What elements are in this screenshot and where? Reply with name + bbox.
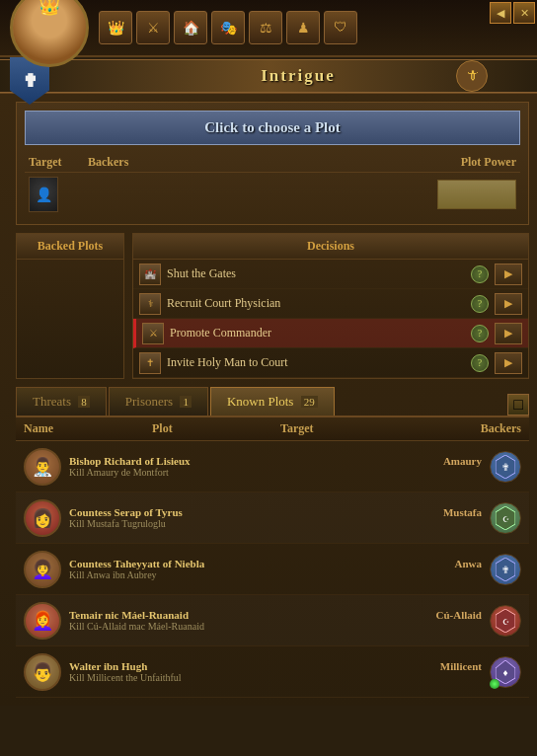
decision-action-2[interactable]: ▶: [495, 323, 522, 344]
avatar: 👑: [10, 0, 89, 67]
target-avatar-2: ✟: [490, 554, 521, 585]
backed-plots-header: Backed Plots: [17, 234, 123, 260]
decisions-header: Decisions: [133, 234, 528, 260]
window-title: Intrigue: [261, 66, 336, 85]
nav-icon-1[interactable]: ⚔: [136, 11, 170, 44]
plotter-avatar-0: 👨‍⚕️: [24, 448, 61, 486]
tabs-area: Threats 8 Prisoners 1 Known Plots 29 □: [16, 387, 529, 416]
tab-threats[interactable]: Threats 8: [16, 387, 107, 416]
nav-icon-3[interactable]: 🎭: [211, 11, 245, 44]
nav-icon-0[interactable]: 👑: [99, 11, 132, 44]
plotter-name-0: Bishop Richard of Lisieux Amaury: [69, 455, 482, 467]
svg-text:☪: ☪: [502, 618, 509, 627]
prisoners-badge: 1: [180, 396, 192, 408]
plotter-name-4: Walter ibn Hugh Millicent: [69, 660, 482, 672]
plotpower-header: Plot Power: [437, 155, 516, 170]
known-plots-badge: 29: [301, 396, 318, 408]
svg-text:♦: ♦: [502, 667, 507, 678]
decision-label-3: Invite Holy Man to Court: [167, 355, 465, 370]
nav-icon-6[interactable]: 🛡: [324, 11, 357, 44]
decision-icon-0: 🏰: [139, 264, 161, 285]
choose-plot-button[interactable]: Click to choose a Plot: [25, 111, 520, 145]
plotter-avatar-1: 👩: [24, 499, 61, 537]
decision-icon-3: ✝: [139, 352, 161, 374]
backed-plots-content: [17, 260, 123, 378]
decision-action-0[interactable]: ▶: [495, 264, 522, 285]
threats-badge: 8: [78, 396, 90, 408]
plotter-name-3: Temair nic Máel-Ruanaid Cú-Allaid: [69, 609, 482, 621]
tab-indicator[interactable]: □: [507, 394, 529, 416]
nav-icon-4[interactable]: ⚖: [249, 11, 282, 44]
target-avatar-1: ☪: [490, 502, 521, 534]
decision-action-1[interactable]: ▶: [495, 293, 522, 315]
decision-help-2[interactable]: ?: [471, 325, 489, 342]
plotter-name-2: Countess Taheyyatt of Niebla Anwa: [69, 558, 482, 569]
green-status-dot: [490, 679, 499, 689]
target-avatar-3: ☪: [490, 605, 521, 637]
nav-icon-2[interactable]: 🏠: [174, 11, 207, 44]
plotter-avatar-3: 👩‍🦰: [24, 602, 61, 640]
svg-text:☪: ☪: [502, 515, 509, 524]
plot-section: Click to choose a Plot Target Backers Pl…: [16, 102, 529, 225]
decision-label-2: Promote Commander: [170, 326, 465, 340]
plot-table-header: Target Backers Plot Power: [25, 153, 520, 173]
plotter-info-3: Temair nic Máel-Ruanaid Cú-Allaid Kill C…: [69, 609, 482, 632]
decision-help-0[interactable]: ?: [471, 265, 489, 283]
plotter-avatar-2: 👩‍🦱: [24, 551, 61, 588]
plotter-info-2: Countess Taheyyatt of Niebla Anwa Kill A…: [69, 558, 482, 580]
table-row[interactable]: 👩 Countess Serap of Tyrus Mustafa Kill M…: [16, 492, 529, 544]
plot-power-area: [437, 180, 516, 209]
decision-action-3[interactable]: ▶: [495, 352, 522, 374]
plotter-info-4: Walter ibn Hugh Millicent Kill Millicent…: [69, 660, 482, 683]
crown-icon: 👑: [38, 0, 60, 17]
plotter-avatar-4: 👨: [24, 653, 61, 691]
decision-label-1: Recruit Court Physician: [167, 296, 465, 311]
plot-target-icon: 👤: [29, 177, 58, 212]
target-avatar-0: ✟: [490, 451, 521, 483]
decisions-area: Backed Plots Decisions 🏰 Shut the Gates …: [16, 233, 529, 379]
plot-row: 👤: [25, 173, 520, 216]
table-row[interactable]: 👨 Walter ibn Hugh Millicent Kill Millice…: [16, 646, 529, 698]
table-row[interactable]: 👨‍⚕️ Bishop Richard of Lisieux Amaury Ki…: [16, 441, 529, 492]
th-name: Name: [24, 421, 152, 436]
backers-header: Backers: [88, 155, 437, 170]
th-target: Target: [280, 421, 379, 436]
decision-icon-2: ⚔: [142, 323, 164, 344]
decision-row-3: ✝ Invite Holy Man to Court ? ▶: [133, 348, 528, 378]
svg-text:✟: ✟: [501, 462, 509, 473]
backed-plots-panel: Backed Plots: [16, 233, 124, 379]
back-button[interactable]: ◀: [490, 2, 511, 24]
window-controls: ◀ ✕: [490, 2, 535, 24]
decision-icon-1: ⚕: [139, 293, 161, 315]
intrigue-icon: 🗡: [456, 60, 488, 92]
decision-row-1: ⚕ Recruit Court Physician ? ▶: [133, 289, 528, 319]
tab-prisoners[interactable]: Prisoners 1: [109, 387, 208, 416]
decision-help-1[interactable]: ?: [471, 295, 489, 313]
decision-label-0: Shut the Gates: [167, 266, 465, 281]
th-backers: Backers: [379, 421, 521, 436]
nav-icons: 👑 ⚔ 🏠 🎭 ⚖ ♟ 🛡: [99, 11, 357, 44]
title-banner: Intrigue 🗡: [0, 59, 537, 93]
shield-cross: ✟: [23, 70, 38, 92]
th-plot: Plot: [152, 421, 280, 436]
plotter-name-1: Countess Serap of Tyrus Mustafa: [69, 506, 482, 518]
target-header: Target: [29, 155, 88, 170]
top-bar: 👑 👑 ⚔ 🏠 🎭 ⚖ ♟ 🛡 ◀ ✕: [0, 0, 537, 57]
plots-table: Name Plot Target Backers 👨‍⚕️ Bishop Ric…: [16, 416, 529, 698]
decisions-panel: Decisions 🏰 Shut the Gates ? ▶ ⚕ Recruit…: [132, 233, 529, 379]
plotter-info-1: Countess Serap of Tyrus Mustafa Kill Mus…: [69, 506, 482, 529]
plotter-info-0: Bishop Richard of Lisieux Amaury Kill Am…: [69, 455, 482, 478]
plots-table-header: Name Plot Target Backers: [16, 417, 529, 441]
decision-row-0: 🏰 Shut the Gates ? ▶: [133, 260, 528, 289]
decision-row-2: ⚔ Promote Commander ? ▶ Ensure: [133, 319, 528, 348]
table-row[interactable]: 👩‍🦱 Countess Taheyyatt of Niebla Anwa Ki…: [16, 544, 529, 595]
close-button[interactable]: ✕: [513, 2, 535, 24]
decisions-list: 🏰 Shut the Gates ? ▶ ⚕ Recruit Court Phy…: [133, 260, 528, 378]
nav-icon-5[interactable]: ♟: [286, 11, 320, 44]
table-row[interactable]: 👩‍🦰 Temair nic Máel-Ruanaid Cú-Allaid Ki…: [16, 595, 529, 646]
decision-help-3[interactable]: ?: [471, 354, 489, 372]
tab-known-plots[interactable]: Known Plots 29: [210, 387, 335, 416]
svg-text:✟: ✟: [501, 565, 509, 575]
main-content: Click to choose a Plot Target Backers Pl…: [0, 93, 537, 706]
